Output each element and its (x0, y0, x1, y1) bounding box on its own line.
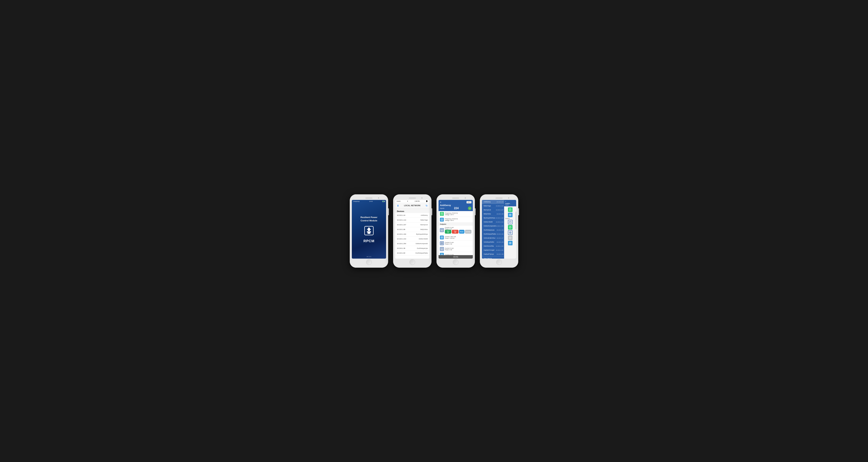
list-item[interactable]: 10.210.1.114 BabaYaga (395, 218, 430, 223)
output-controls-1: Turn On Turn Off Reset Identify (445, 230, 471, 234)
sidebar-item-belyivolos[interactable]: BelyiVolos 10.210.1.86 (482, 212, 505, 216)
phone-3-camera (465, 197, 466, 198)
turn-off-button[interactable]: Turn Off (452, 230, 459, 234)
sidebar-ip: 10.210.1.227 (496, 209, 503, 211)
sidebar-ip: 10.210.1.214 (496, 221, 503, 223)
input-icon-2 (440, 218, 444, 222)
panel-icon-5 (508, 230, 513, 235)
list-item[interactable]: 10.210.1.24 AntiGeroy (395, 213, 430, 218)
phone-2-top (395, 196, 430, 200)
sidebar-item-antigeroy[interactable]: AntiGeroy 10.210.1.24 (482, 200, 505, 204)
phone-3: ≡ 25°C AntiGeroy Inputs: 224 ⏚ (436, 194, 475, 268)
device-inputs-bar: Inputs: 224 ⏚ (440, 206, 471, 210)
download-icon[interactable]: ⬇ (397, 204, 399, 207)
reset-button[interactable]: Reset (459, 230, 464, 234)
device-name: BystrayaMolniya (416, 233, 428, 235)
slide-panel: ≡ AntiGe… Inputs: (504, 200, 516, 259)
home-button-2[interactable] (409, 259, 415, 265)
output-row-4: Current: 0 mA Power: 0 W (438, 246, 473, 252)
wifi-icon: ▾ (407, 200, 408, 202)
sidebar-ip: 10.210.1.82 (497, 233, 504, 235)
sidebar-item-goluboye[interactable]: GoluboyeNebo 10.210.1.39 (482, 240, 505, 244)
identify-button[interactable]: Identify (465, 230, 471, 234)
device-header-top: ≡ 25°C (440, 201, 471, 203)
devices-section-header: Devices (395, 209, 430, 213)
hamburger-icon-2[interactable]: ≡ (505, 201, 506, 202)
new-device-action[interactable]: New device (482, 256, 505, 259)
scrollbar (516, 211, 516, 229)
device-detail-screen: ≡ 25°C AntiGeroy Inputs: 224 ⏚ (438, 200, 473, 259)
sidebar-item-doktoraibolit[interactable]: DoktorAibolit 10.210.1.214 (482, 220, 505, 224)
sidebar-item-kapitanvrungel[interactable]: KapitanVrungel 10.210.1.161 (482, 248, 505, 252)
panel-icon-6 (508, 235, 513, 240)
temperature-badge: 25°C (467, 201, 471, 203)
sidebar-item-golovakakarbuz[interactable]: GolovaKakArbuz 10.210.1.47 (482, 236, 505, 240)
output-icon-4 (440, 247, 444, 251)
phone-2-camera (422, 197, 423, 198)
list-item[interactable]: 10.210.1.214 DoktorAibolit (395, 237, 430, 241)
home-button-1[interactable] (366, 259, 372, 265)
time-label-1: 14:43 (369, 201, 373, 202)
sidebar-item-bystrayamolniya[interactable]: BystrayaMolniya 10.210.1.104 (482, 216, 505, 220)
refresh-icon[interactable]: ↻ (426, 204, 428, 207)
phone-2-screen: Carrier ▾ 2:39 PM ▉+ ⬇ LOCAL NETWORK ↻ D… (395, 200, 430, 259)
input-voltage-1: Voltage: 224 V (445, 214, 471, 216)
sidebar-ip: 10.210.1.254 (496, 225, 503, 227)
sidebar-name: DushistayaLipa (484, 229, 495, 231)
input-info-2: Frequency: 50.00 Hz Voltage: 225 V (445, 218, 471, 221)
phone-1-speaker (366, 198, 372, 198)
list-item[interactable]: 10.210.1.104 BystrayaMolniya (395, 232, 430, 237)
status-bar-1: Оператор 14:43 (352, 200, 386, 203)
sidebar-item-dushistayazhaba[interactable]: DushistayaZhaba 10.210.1.82 (482, 232, 505, 236)
device-name-header: AntiGeroy (440, 204, 471, 206)
list-item[interactable]: 10.210.1.36 DushistayaLipa (395, 246, 430, 251)
slide-panel-header: ≡ AntiGe… Inputs: (504, 200, 516, 206)
list-item[interactable]: 10.210.1.82 DushistayaZhaba (395, 251, 430, 256)
inputs-label: Inputs: (440, 207, 445, 209)
list-item[interactable]: 10.210.1.86 BelyiVolos (395, 227, 430, 232)
list-item[interactable]: 10.210.1.227 BannyiList (395, 223, 430, 227)
hamburger-icon[interactable]: ≡ (440, 201, 441, 203)
sidebar-name: AntiGeroy (484, 201, 491, 203)
input-info-1: Frequency: 50.00 Hz Voltage: 224 V (445, 212, 471, 216)
output-power-4: Power: 0 W (445, 249, 471, 251)
device-name: DushistayaLipa (417, 248, 428, 249)
sidebar-name: KaplyaPripoya (484, 253, 494, 255)
sidebar-item-kaplya[interactable]: KaplyaPripoya 10.210.1.38 (482, 252, 505, 256)
sidebar-item-bannyilist[interactable]: BannyiList 10.210.1.227 (482, 208, 505, 212)
output-row-3: Current: 0 mA Power: 0 W (438, 240, 473, 246)
device-ip: 10.210.1.254 (397, 243, 406, 244)
outputs-label-panel: Outputs: (505, 218, 510, 219)
sidebar-item-doktorkompresik[interactable]: DoktorKompresik 10.210.1.254 (482, 224, 505, 228)
app-title: Resilient Power Control Module (361, 216, 377, 222)
device-ip: 10.210.1.82 (397, 252, 405, 254)
phone-4-camera (508, 197, 509, 198)
logo-area: Resilient Power Control Module (361, 203, 377, 256)
input-row-1: Frequency: 50.00 Hz Voltage: 224 V (438, 211, 473, 217)
svg-marker-1 (367, 227, 371, 231)
phone-1-bottom (352, 259, 386, 266)
sidebar-ip: 10.210.1.39 (497, 241, 504, 243)
input-icon-1 (440, 212, 444, 216)
status-bar-2: Carrier ▾ 2:39 PM ▉+ (395, 200, 430, 202)
identify-bottom-bar[interactable]: Identify (438, 255, 473, 259)
phone-1: Оператор 14:43 Resilient Power Control M… (350, 194, 388, 268)
list-item[interactable]: 10.210.1.254 DoktorKompresik (395, 241, 430, 246)
sidebar-name: DushistayaZhaba (484, 233, 496, 235)
sidebar-name: DoktorKompresik (484, 225, 496, 227)
sidebar-item-dushistayalipa[interactable]: DushistayaLipa 10.210.1.36 (482, 228, 505, 232)
home-button-4[interactable] (496, 259, 502, 265)
splash-screen: Оператор 14:43 Resilient Power Control M… (352, 200, 386, 259)
turn-on-button[interactable]: Turn On (445, 230, 451, 234)
output-row-1: Current: 0 mA Power: 0 W Turn On Turn Of… (438, 226, 473, 235)
device-ip: 10.210.1.214 (397, 238, 406, 240)
outputs-section-header: Outputs: (438, 223, 473, 226)
sidebar-item-babayaga[interactable]: BabaYaga 10.210.1.114 (482, 204, 505, 208)
battery-icon-1 (382, 201, 385, 202)
panel-icon-1 (508, 207, 513, 212)
phone-2-speaker (409, 198, 416, 198)
sidebar-ip: 10.210.1.38 (497, 253, 504, 255)
home-button-3[interactable] (453, 259, 459, 265)
sidebar-item-interdevochka[interactable]: InterDevochka 10.210.1.234 (482, 244, 505, 248)
output-info-2: Current: 7812 mA Power: 1753 W (445, 236, 471, 239)
